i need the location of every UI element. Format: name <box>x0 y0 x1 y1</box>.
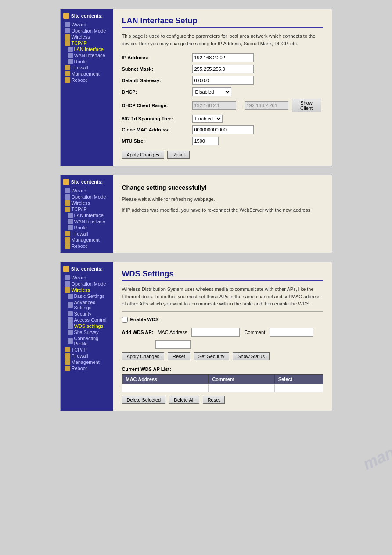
apply-changes-button-1[interactable]: Apply Changes <box>122 151 165 159</box>
wds-reset-button[interactable]: Reset <box>168 352 190 360</box>
dhcp-row: DHCP: Disabled Enabled DHCP Client <box>122 87 323 96</box>
sidebar-item-basic-3[interactable]: Basic Settings <box>66 293 111 299</box>
dhcp-range-dash: — <box>238 103 243 108</box>
dhcp-range-from-input[interactable] <box>192 101 236 110</box>
sidebar-item-wizard-1[interactable]: Wizard <box>63 22 111 28</box>
enable-wds-label: Enable WDS <box>130 317 159 322</box>
sidebar-item-opmode-1[interactable]: Operation Mode <box>63 28 111 34</box>
wds-ap-name-input[interactable] <box>155 340 191 349</box>
sidebar-item-opmode-2[interactable]: Operation Mode <box>63 194 111 200</box>
doc-icon <box>68 213 73 218</box>
folder-icon <box>65 77 70 83</box>
sidebar-item-firewall-3[interactable]: Firewall <box>63 353 111 359</box>
sidebar-item-wan-1[interactable]: WAN Interface <box>66 52 111 58</box>
sidebar-item-connecting-profile-3[interactable]: Connecting Profile <box>66 335 111 347</box>
reset-button-1[interactable]: Reset <box>167 151 190 159</box>
folder-icon <box>65 40 70 46</box>
subnet-mask-input[interactable] <box>192 65 254 73</box>
sidebar-item-route-1[interactable]: Route <box>66 58 111 65</box>
spanning-tree-label: 802.1d Spanning Tree: <box>122 116 192 121</box>
sidebar-item-opmode-3[interactable]: Operation Mode <box>63 281 111 287</box>
folder-icon <box>65 366 70 371</box>
success-title: Change setting successfully! <box>122 184 323 191</box>
sidebar-item-wds-3[interactable]: WDS settings <box>66 323 111 329</box>
page-description-lan: This page is used to configure the param… <box>122 33 323 47</box>
sidebar-item-wan-2[interactable]: WAN Interface <box>66 218 111 225</box>
folder-icon <box>65 34 70 40</box>
sidebar-title-3: Site contents: <box>63 266 111 272</box>
sidebar-item-wizard-3[interactable]: Wizard <box>63 275 111 281</box>
doc-icon <box>68 53 73 58</box>
sidebar-item-mgmt-2[interactable]: Management <box>63 237 111 243</box>
folder-icon <box>65 243 70 249</box>
sidebar-panel3: Site contents: Wizard Operation Mode Wir… <box>61 262 113 411</box>
sidebar-item-wizard-2[interactable]: Wizard <box>63 188 111 194</box>
sidebar-item-wireless-3[interactable]: Wireless <box>63 287 111 293</box>
folder-icon <box>65 237 70 243</box>
clone-mac-input[interactable] <box>192 125 254 134</box>
sidebar-item-tcpip-1[interactable]: TCP/IP <box>63 40 111 46</box>
sidebar-item-reboot-3[interactable]: Reboot <box>63 365 111 371</box>
ip-address-label: IP Address: <box>122 55 192 60</box>
dhcp-label: DHCP: <box>122 89 192 94</box>
sidebar-item-lan-2[interactable]: LAN Interface <box>66 212 111 218</box>
panel1: Site contents: Wizard Operation Mode Wir… <box>9 9 383 166</box>
doc-icon <box>68 59 73 64</box>
doc-icon <box>65 188 70 193</box>
sidebar-panel2: Site contents: Wizard Operation Mode Wir… <box>61 175 113 253</box>
wds-show-status-button[interactable]: Show Status <box>233 352 270 360</box>
spanning-tree-select[interactable]: Enabled Disabled <box>192 115 223 123</box>
sidebar-item-mgmt-3[interactable]: Management <box>63 359 111 365</box>
wds-mac-input[interactable] <box>191 328 240 337</box>
doc-icon <box>68 330 73 335</box>
sidebar-item-access-control-3[interactable]: Access Control <box>66 317 111 323</box>
delete-all-button[interactable]: Delete All <box>169 396 199 404</box>
lan-form: IP Address: Subnet Mask: Default Gateway… <box>122 53 323 145</box>
wds-apply-button[interactable]: Apply Changes <box>122 352 165 360</box>
sidebar-item-tcpip-2[interactable]: TCP/IP <box>63 206 111 212</box>
folder-icon <box>65 231 70 236</box>
success-msg2: If IP address was modified, you have to … <box>122 207 323 214</box>
doc-icon <box>65 22 70 27</box>
sidebar-item-advanced-3[interactable]: Advanced Settings <box>66 299 111 311</box>
wds-comment-input[interactable] <box>270 328 313 337</box>
folder-icon <box>65 287 70 293</box>
add-wds-ap-label: Add WDS AP: <box>122 330 154 335</box>
folder-icon <box>65 347 70 352</box>
wds-ap-list-table: MAC Address Comment Select <box>122 374 323 392</box>
sidebar-item-wireless-1[interactable]: Wireless <box>63 34 111 40</box>
doc-icon <box>68 302 73 308</box>
page-title-lan: LAN Interface Setup <box>122 16 323 28</box>
sidebar-item-reboot-2[interactable]: Reboot <box>63 243 111 249</box>
enable-wds-row: Enable WDS <box>122 317 323 323</box>
sidebar-item-reboot-1[interactable]: Reboot <box>63 77 111 83</box>
dhcp-select[interactable]: Disabled Enabled DHCP Client <box>192 87 231 96</box>
sidebar-item-lan-1[interactable]: LAN Interface <box>66 46 111 52</box>
sidebar-item-wireless-2[interactable]: Wireless <box>63 200 111 206</box>
ip-address-input[interactable] <box>192 53 254 62</box>
dhcp-range-to-input[interactable] <box>245 101 288 110</box>
mtu-size-row: MTU Size: <box>122 137 323 145</box>
sidebar-item-firewall-2[interactable]: Firewall <box>63 231 111 237</box>
default-gateway-input[interactable] <box>192 76 254 85</box>
sidebar-item-firewall-1[interactable]: Firewall <box>63 65 111 71</box>
sidebar-item-route-2[interactable]: Route <box>66 225 111 231</box>
doc-icon <box>68 219 73 224</box>
wds-set-security-button[interactable]: Set Security <box>194 352 229 360</box>
spanning-tree-row: 802.1d Spanning Tree: Enabled Disabled <box>122 115 323 123</box>
folder-icon <box>65 71 70 76</box>
mtu-size-input[interactable] <box>192 137 219 145</box>
sidebar-item-mgmt-1[interactable]: Management <box>63 71 111 77</box>
sidebar-item-tcpip-3[interactable]: TCP/IP <box>63 347 111 353</box>
wds-bottom-reset-button[interactable]: Reset <box>203 396 225 404</box>
show-client-button[interactable]: Show Client <box>292 99 321 112</box>
doc-icon <box>68 225 73 230</box>
mtu-size-label: MTU Size: <box>122 138 192 144</box>
comment-col-header: Comment <box>209 374 274 384</box>
sidebar-item-security-3[interactable]: Security <box>66 311 111 317</box>
delete-selected-button[interactable]: Delete Selected <box>122 396 166 404</box>
enable-wds-checkbox[interactable] <box>122 317 128 323</box>
dhcp-range-label: DHCP Client Range: <box>122 103 192 108</box>
dhcp-range-inputs: — Show Client <box>192 99 323 112</box>
sidebar-item-site-survey-3[interactable]: Site Survey <box>66 329 111 335</box>
